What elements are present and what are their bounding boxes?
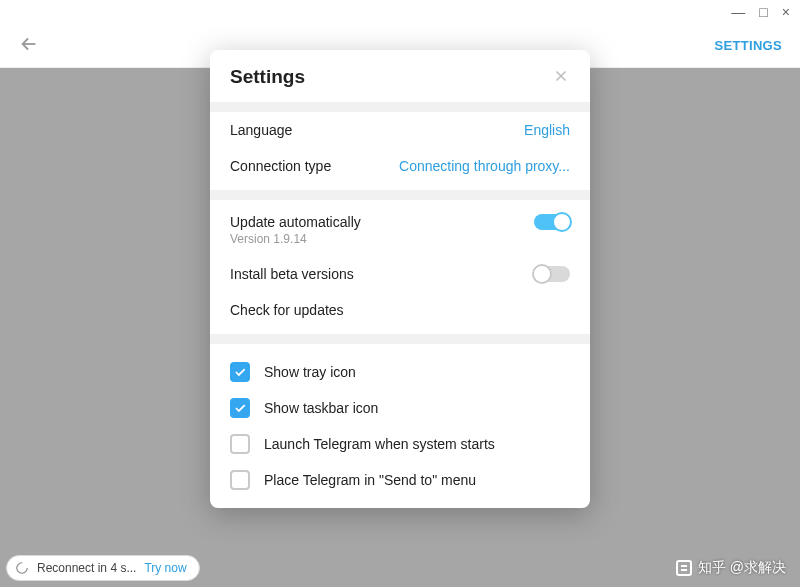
update-auto-row[interactable]: Update automatically Version 1.9.14: [210, 200, 590, 256]
install-beta-label: Install beta versions: [230, 266, 354, 282]
window-close-button[interactable]: ×: [782, 4, 790, 20]
install-beta-toggle[interactable]: [534, 266, 570, 282]
check-updates-row[interactable]: Check for updates: [210, 292, 590, 334]
status-text: Reconnect in 4 s...: [37, 561, 136, 575]
launch-startup-row[interactable]: Launch Telegram when system starts: [210, 426, 590, 462]
connection-status-pill: Reconnect in 4 s... Try now: [6, 555, 200, 581]
divider: [210, 334, 590, 344]
connection-value: Connecting through proxy...: [399, 158, 570, 174]
sendto-label: Place Telegram in "Send to" menu: [264, 472, 476, 488]
watermark-text: 知乎 @求解决: [698, 559, 786, 577]
sendto-checkbox[interactable]: [230, 470, 250, 490]
settings-modal: Settings Language English Connection typ…: [210, 50, 590, 508]
check-icon: [233, 401, 247, 415]
launch-startup-checkbox[interactable]: [230, 434, 250, 454]
close-button[interactable]: [552, 67, 570, 88]
window-titlebar: — □ ×: [0, 0, 800, 24]
zhihu-icon: [676, 560, 692, 576]
language-row[interactable]: Language English: [210, 112, 590, 148]
language-label: Language: [230, 122, 292, 138]
check-updates-label: Check for updates: [230, 302, 344, 318]
svg-point-0: [17, 563, 28, 574]
divider: [210, 102, 590, 112]
close-icon: [552, 67, 570, 85]
back-button[interactable]: [18, 33, 40, 59]
check-icon: [233, 365, 247, 379]
minimize-button[interactable]: —: [731, 4, 745, 20]
update-auto-toggle[interactable]: [534, 214, 570, 230]
divider: [210, 190, 590, 200]
show-tray-row[interactable]: Show tray icon: [210, 354, 590, 390]
modal-title: Settings: [230, 66, 305, 88]
watermark: 知乎 @求解决: [676, 559, 786, 577]
show-taskbar-row[interactable]: Show taskbar icon: [210, 390, 590, 426]
connection-label: Connection type: [230, 158, 331, 174]
arrow-left-icon: [18, 33, 40, 55]
show-taskbar-label: Show taskbar icon: [264, 400, 378, 416]
launch-startup-label: Launch Telegram when system starts: [264, 436, 495, 452]
update-auto-label: Update automatically: [230, 214, 361, 230]
show-tray-label: Show tray icon: [264, 364, 356, 380]
install-beta-row[interactable]: Install beta versions: [210, 256, 590, 292]
settings-tab-link[interactable]: SETTINGS: [715, 38, 782, 53]
show-taskbar-checkbox[interactable]: [230, 398, 250, 418]
try-now-link[interactable]: Try now: [144, 561, 186, 575]
spinner-icon: [15, 561, 29, 575]
connection-row[interactable]: Connection type Connecting through proxy…: [210, 148, 590, 190]
language-value: English: [524, 122, 570, 138]
show-tray-checkbox[interactable]: [230, 362, 250, 382]
sendto-row[interactable]: Place Telegram in "Send to" menu: [210, 462, 590, 508]
version-text: Version 1.9.14: [230, 232, 361, 246]
maximize-button[interactable]: □: [759, 4, 767, 20]
